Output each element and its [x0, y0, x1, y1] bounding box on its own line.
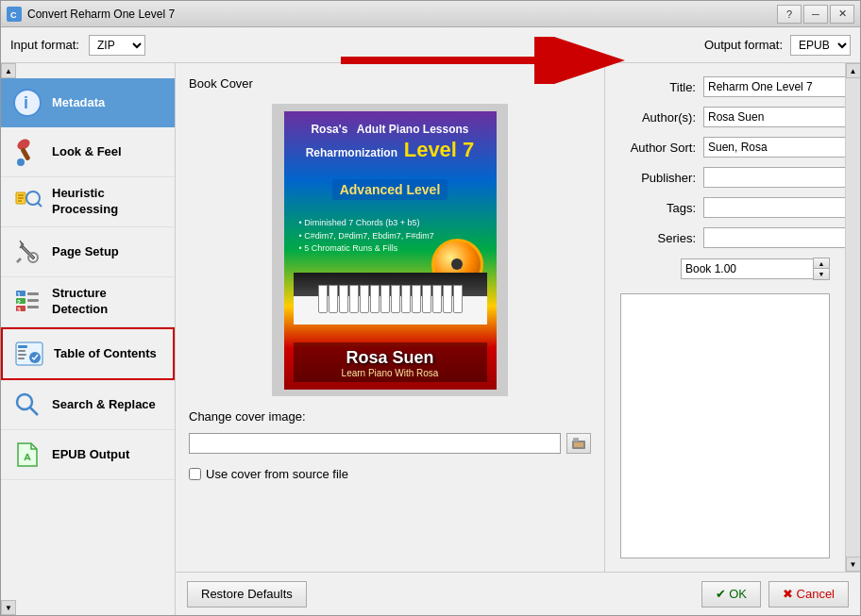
- right-panel: Title: Author(s): ▼ Author Sort:: [605, 63, 845, 572]
- browse-button[interactable]: [566, 433, 591, 454]
- info-icon: i: [10, 86, 44, 120]
- book-tagline: Learn Piano With Rosa: [342, 368, 439, 378]
- sidebar-scroll-down[interactable]: ▼: [1, 600, 16, 615]
- title-bar: C Convert Reharm One Level 7 ? ─ ✕: [1, 1, 860, 27]
- piano-keys: [318, 285, 463, 313]
- sidebar-scroll-up[interactable]: ▲: [1, 63, 16, 78]
- help-button[interactable]: ?: [777, 5, 802, 24]
- svg-text:2: 2: [17, 299, 21, 306]
- sidebar-item-structure[interactable]: 1 2 3 Structure Detection: [1, 277, 175, 327]
- sidebar-item-metadata[interactable]: i Metadata: [1, 78, 175, 127]
- search-icon: [10, 388, 44, 422]
- author-sort-row: Author Sort:: [620, 137, 830, 158]
- content-area: Book Cover Rosa's Adult Piano Lessons Re…: [176, 63, 860, 572]
- tags-row: Tags: ▼: [620, 197, 830, 218]
- book-author-area: Rosa Suen Learn Piano With Rosa: [294, 342, 487, 382]
- sidebar-item-page-setup[interactable]: Page Setup: [1, 227, 175, 277]
- title-input[interactable]: [703, 76, 845, 97]
- close-button[interactable]: ✕: [830, 5, 854, 24]
- svg-rect-26: [18, 350, 25, 352]
- tags-input[interactable]: [703, 197, 845, 218]
- sidebar-item-toc-label: Table of Contents: [54, 346, 157, 362]
- sidebar-item-metadata-label: Metadata: [52, 95, 105, 111]
- authors-input[interactable]: [703, 107, 845, 127]
- book-cover-label: Book Cover: [189, 76, 591, 91]
- left-panel: Book Cover Rosa's Adult Piano Lessons Re…: [176, 63, 605, 572]
- toc-icon: [12, 337, 46, 371]
- svg-rect-33: [573, 438, 579, 441]
- sidebar-item-epub-output[interactable]: EPUB Output: [1, 430, 175, 480]
- scroll-down-button[interactable]: ▼: [846, 557, 861, 572]
- structure-icon: 1 2 3: [10, 285, 44, 319]
- svg-rect-25: [18, 345, 27, 348]
- toolbar: Input format: ZIP Output format: EPUB MO…: [1, 27, 860, 63]
- svg-rect-21: [27, 292, 39, 295]
- book-cover: Rosa's Adult Piano Lessons Reharmonizati…: [284, 111, 497, 390]
- book-number-spinner: ▲ ▼: [813, 258, 830, 280]
- book-bullets: • Diminished 7 Chords (b3 + b5) • C#dim7…: [294, 217, 487, 256]
- sidebar: ▲ i Metadata: [1, 63, 176, 615]
- sidebar-item-toc[interactable]: Table of Contents: [1, 327, 175, 380]
- series-label: Series:: [620, 231, 696, 245]
- sidebar-item-heuristic-label: Heuristic Processing: [52, 186, 165, 218]
- use-cover-checkbox-row: Use cover from source file: [189, 467, 591, 481]
- output-format-select[interactable]: EPUB MOBI PDF AZW3: [790, 35, 851, 56]
- cover-change-label: Change cover image:: [189, 409, 591, 424]
- main-area: Book Cover Rosa's Adult Piano Lessons Re…: [176, 63, 860, 615]
- use-cover-label: Use cover from source file: [206, 467, 348, 481]
- series-row: Series: ▼: [620, 227, 830, 248]
- publisher-input[interactable]: [703, 167, 845, 188]
- ok-button[interactable]: ✔ OK: [701, 581, 761, 608]
- author-sort-label: Author Sort:: [620, 141, 696, 155]
- scroll-up-button[interactable]: ▲: [846, 63, 861, 78]
- comments-textarea[interactable]: [620, 293, 830, 558]
- svg-line-31: [30, 408, 38, 415]
- svg-rect-23: [27, 306, 39, 308]
- svg-rect-34: [574, 442, 583, 447]
- cancel-button[interactable]: ✖ Cancel: [768, 581, 849, 608]
- footer: Restore Defaults ✔ OK ✖ Cancel: [176, 572, 860, 615]
- book-number-up[interactable]: ▲: [814, 258, 829, 269]
- book-num-row: ▲ ▼: [620, 258, 830, 280]
- app-icon: C: [7, 7, 22, 22]
- input-format-select[interactable]: ZIP: [89, 35, 145, 56]
- authors-input-group: ▼: [703, 107, 845, 127]
- sidebar-item-search-replace-label: Search & Replace: [52, 397, 156, 413]
- publisher-label: Publisher:: [620, 171, 696, 185]
- scroll-track: [846, 78, 861, 557]
- svg-rect-22: [27, 299, 39, 302]
- sidebar-item-page-setup-label: Page Setup: [52, 244, 119, 260]
- output-format-label: Output format:: [704, 38, 783, 52]
- svg-point-30: [17, 394, 32, 409]
- input-format-label: Input format:: [10, 38, 79, 52]
- sidebar-item-look-feel-label: Look & Feel: [52, 144, 122, 160]
- right-scrollbar: ▲ ▼: [845, 63, 860, 572]
- main-window: C Convert Reharm One Level 7 ? ─ ✕ Input…: [0, 0, 861, 616]
- sidebar-item-search-replace[interactable]: Search & Replace: [1, 380, 175, 430]
- restore-defaults-button[interactable]: Restore Defaults: [187, 581, 307, 608]
- book-author-name: Rosa Suen: [346, 348, 433, 368]
- svg-point-12: [26, 191, 40, 205]
- book-cover-container: Rosa's Adult Piano Lessons Reharmonizati…: [272, 104, 508, 396]
- cover-image-input[interactable]: [189, 433, 561, 454]
- window-controls: ? ─ ✕: [777, 5, 854, 24]
- author-sort-input[interactable]: [703, 137, 845, 158]
- sidebar-item-look-feel[interactable]: Look & Feel: [1, 127, 175, 177]
- sidebar-item-epub-output-label: EPUB Output: [52, 447, 129, 463]
- svg-rect-10: [18, 197, 24, 199]
- wrench-icon: [10, 235, 44, 269]
- svg-text:1: 1: [17, 291, 21, 298]
- svg-rect-9: [18, 194, 24, 196]
- minimize-button[interactable]: ─: [803, 5, 828, 24]
- series-input[interactable]: [703, 227, 845, 248]
- epub-icon: [10, 438, 44, 472]
- window-title: Convert Reharm One Level 7: [27, 8, 777, 21]
- book-number-down[interactable]: ▼: [814, 269, 829, 279]
- publisher-row: Publisher: ▼: [620, 167, 830, 188]
- sidebar-item-heuristic[interactable]: Heuristic Processing: [1, 177, 175, 227]
- book-number-input[interactable]: [681, 258, 813, 279]
- svg-text:i: i: [24, 93, 28, 112]
- use-cover-checkbox[interactable]: [189, 468, 201, 480]
- authors-label: Author(s):: [620, 110, 696, 125]
- brush-icon: [10, 135, 44, 169]
